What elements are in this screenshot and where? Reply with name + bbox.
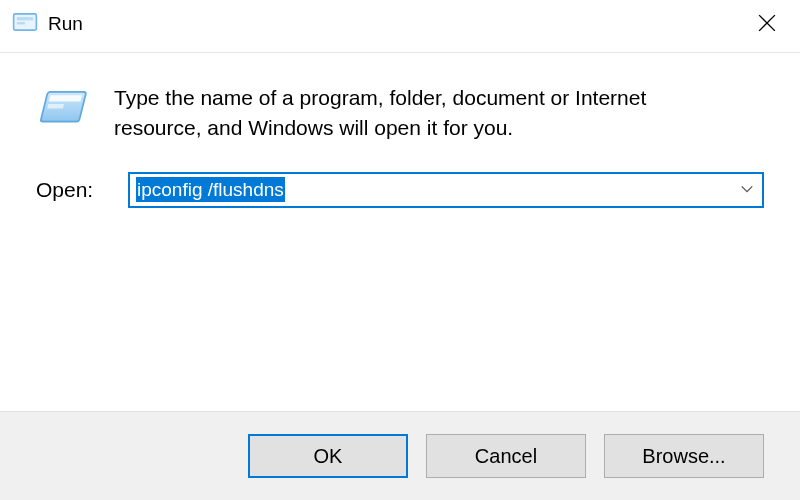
close-icon — [758, 14, 776, 35]
open-input[interactable]: ipconfig /flushdns — [130, 177, 732, 203]
chevron-down-icon — [740, 179, 754, 201]
svg-rect-7 — [47, 104, 64, 108]
close-button[interactable] — [746, 8, 788, 40]
browse-button[interactable]: Browse... — [604, 434, 764, 478]
open-label: Open: — [36, 178, 108, 202]
ok-button[interactable]: OK — [248, 434, 408, 478]
run-dialog-large-icon — [36, 83, 92, 144]
svg-rect-6 — [49, 95, 82, 101]
titlebar-left: Run — [12, 9, 83, 40]
svg-rect-1 — [17, 17, 33, 20]
description-text: Type the name of a program, folder, docu… — [114, 83, 734, 144]
titlebar: Run — [0, 0, 800, 53]
svg-rect-2 — [17, 22, 25, 24]
window-title: Run — [48, 13, 83, 35]
dialog-body: Type the name of a program, folder, docu… — [0, 53, 800, 244]
run-dialog: Run — [0, 0, 800, 500]
open-dropdown-button[interactable] — [732, 179, 762, 201]
run-dialog-icon — [12, 9, 38, 40]
description-row: Type the name of a program, folder, docu… — [36, 83, 764, 144]
open-row: Open: ipconfig /flushdns — [36, 172, 764, 208]
open-input-selection: ipconfig /flushdns — [136, 177, 285, 202]
cancel-button[interactable]: Cancel — [426, 434, 586, 478]
open-combobox[interactable]: ipconfig /flushdns — [128, 172, 764, 208]
button-bar: OK Cancel Browse... — [0, 411, 800, 500]
